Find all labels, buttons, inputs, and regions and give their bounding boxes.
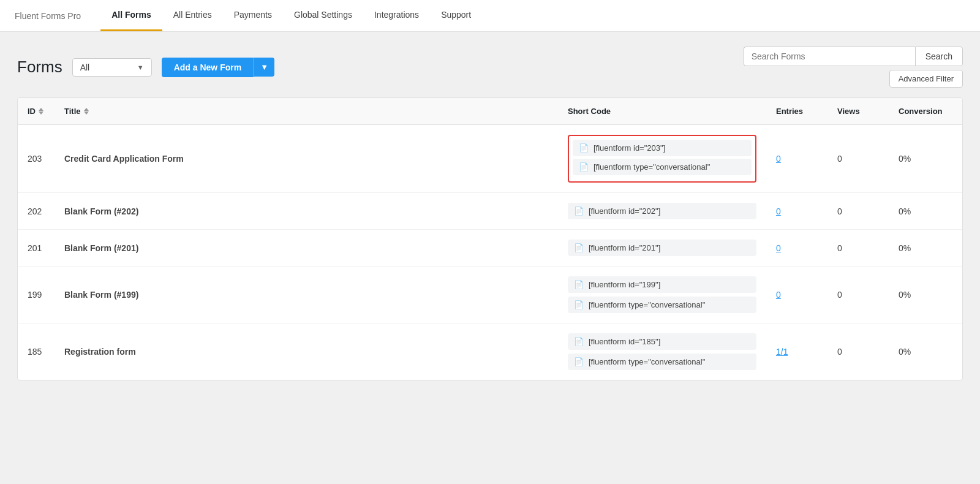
cell-views: 0: [827, 230, 889, 267]
chevron-down-icon: ▼: [137, 64, 144, 71]
table-row: 202Blank Form (#202)📄[fluentform id="202…: [18, 193, 962, 230]
table-header-row: ID Title: [18, 98, 962, 125]
cell-entries: 0: [766, 267, 827, 323]
document-icon: 📄: [579, 143, 589, 153]
document-icon: 📄: [574, 280, 584, 289]
cell-conversion: 0%: [889, 125, 962, 193]
cell-title: Blank Form (#202): [55, 193, 558, 230]
table-row: 201Blank Form (#201)📄[fluentform id="201…: [18, 230, 962, 267]
cell-id: 203: [18, 125, 55, 193]
cell-entries: 0: [766, 230, 827, 267]
cell-views: 0: [827, 125, 889, 193]
cell-shortcode: 📄[fluentform id="199"]📄[fluentform type=…: [558, 267, 766, 323]
cell-entries: 0: [766, 193, 827, 230]
search-input[interactable]: [744, 47, 915, 66]
main-content: Forms All ▼ Add a New Form ▼ Search Adva…: [0, 32, 980, 484]
shortcode-item[interactable]: 📄[fluentform id="202"]: [568, 203, 756, 219]
col-id: ID: [18, 98, 55, 125]
cell-id: 202: [18, 193, 55, 230]
document-icon: 📄: [574, 300, 584, 309]
col-entries: Entries: [766, 98, 827, 125]
forms-table-wrapper: ID Title: [17, 97, 963, 380]
cell-title: Blank Form (#199): [55, 267, 558, 323]
cell-id: 185: [18, 323, 55, 380]
shortcode-item[interactable]: 📄[fluentform id="203"]: [573, 140, 752, 156]
shortcode-item[interactable]: 📄[fluentform type="conversational": [573, 159, 752, 175]
cell-entries: 1/1: [766, 323, 827, 380]
table-row: 199Blank Form (#199)📄[fluentform id="199…: [18, 267, 962, 323]
nav-item-all-forms[interactable]: All Forms: [100, 0, 162, 31]
page-header-right: Search Advanced Filter: [744, 47, 963, 88]
cell-shortcode: 📄[fluentform id="201"]: [558, 230, 766, 267]
cell-conversion: 0%: [889, 323, 962, 380]
document-icon: 📄: [574, 243, 584, 252]
shortcode-item[interactable]: 📄[fluentform id="185"]: [568, 333, 756, 350]
shortcode-item[interactable]: 📄[fluentform type="conversational": [568, 354, 756, 370]
nav-item-global-settings[interactable]: Global Settings: [283, 0, 363, 31]
nav-item-payments[interactable]: Payments: [223, 0, 283, 31]
shortcode-text: [fluentform type="conversational": [589, 357, 705, 366]
cell-id: 199: [18, 267, 55, 323]
shortcode-text: [fluentform id="199"]: [589, 280, 660, 289]
document-icon: 📄: [574, 357, 584, 366]
cell-id: 201: [18, 230, 55, 267]
nav-item-support[interactable]: Support: [430, 0, 482, 31]
entries-link[interactable]: 0: [776, 243, 781, 253]
page-header-left: Forms All ▼ Add a New Form ▼: [17, 58, 274, 77]
filter-dropdown[interactable]: All ▼: [72, 58, 152, 77]
entries-link[interactable]: 0: [776, 154, 781, 164]
add-form-button-group: Add a New Form ▼: [162, 58, 274, 77]
document-icon: 📄: [579, 162, 589, 172]
col-conversion: Conversion: [889, 98, 962, 125]
shortcode-item[interactable]: 📄[fluentform id="201"]: [568, 240, 756, 256]
shortcode-text: [fluentform type="conversational": [594, 162, 710, 172]
col-title: Title: [55, 98, 558, 125]
top-navigation: Fluent Forms Pro All Forms All Entries P…: [0, 0, 980, 32]
shortcode-text: [fluentform id="203"]: [594, 143, 665, 153]
cell-views: 0: [827, 193, 889, 230]
cell-title: Registration form: [55, 323, 558, 380]
shortcode-item[interactable]: 📄[fluentform id="199"]: [568, 276, 756, 293]
cell-conversion: 0%: [889, 193, 962, 230]
table-row: 185Registration form📄[fluentform id="185…: [18, 323, 962, 380]
cell-title: Blank Form (#201): [55, 230, 558, 267]
cell-title: Credit Card Application Form: [55, 125, 558, 193]
shortcode-highlighted-wrapper: 📄[fluentform id="203"]📄[fluentform type=…: [568, 135, 756, 183]
page-header: Forms All ▼ Add a New Form ▼ Search Adva…: [17, 47, 963, 88]
cell-conversion: 0%: [889, 230, 962, 267]
document-icon: 📄: [574, 206, 584, 216]
search-button[interactable]: Search: [915, 47, 963, 66]
nav-items: All Forms All Entries Payments Global Se…: [100, 0, 482, 31]
add-form-dropdown-button[interactable]: ▼: [254, 58, 274, 77]
cell-entries: 0: [766, 125, 827, 193]
add-new-form-button[interactable]: Add a New Form: [162, 58, 254, 77]
entries-link[interactable]: 1/1: [776, 347, 788, 357]
cell-shortcode: 📄[fluentform id="185"]📄[fluentform type=…: [558, 323, 766, 380]
entries-link[interactable]: 0: [776, 290, 781, 300]
col-views: Views: [827, 98, 889, 125]
shortcode-text: [fluentform id="201"]: [589, 243, 660, 252]
cell-views: 0: [827, 267, 889, 323]
shortcode-text: [fluentform id="202"]: [589, 206, 660, 216]
table-row: 203Credit Card Application Form📄[fluentf…: [18, 125, 962, 193]
forms-table: ID Title: [18, 98, 962, 380]
sort-icon-id: [39, 108, 43, 115]
search-row: Search: [744, 47, 963, 66]
shortcode-text: [fluentform type="conversational": [589, 300, 705, 309]
page-title: Forms: [17, 58, 62, 77]
entries-link[interactable]: 0: [776, 206, 781, 216]
nav-item-all-entries[interactable]: All Entries: [162, 0, 223, 31]
brand-label: Fluent Forms Pro: [15, 11, 81, 21]
cell-views: 0: [827, 323, 889, 380]
sort-icon-title: [84, 108, 89, 115]
col-shortcode: Short Code: [558, 98, 766, 125]
shortcode-item[interactable]: 📄[fluentform type="conversational": [568, 297, 756, 313]
cell-shortcode: 📄[fluentform id="202"]: [558, 193, 766, 230]
advanced-filter-button[interactable]: Advanced Filter: [889, 70, 963, 88]
filter-value: All: [80, 62, 90, 72]
shortcode-text: [fluentform id="185"]: [589, 337, 660, 346]
nav-item-integrations[interactable]: Integrations: [363, 0, 430, 31]
cell-conversion: 0%: [889, 267, 962, 323]
document-icon: 📄: [574, 337, 584, 346]
cell-shortcode: 📄[fluentform id="203"]📄[fluentform type=…: [558, 125, 766, 193]
